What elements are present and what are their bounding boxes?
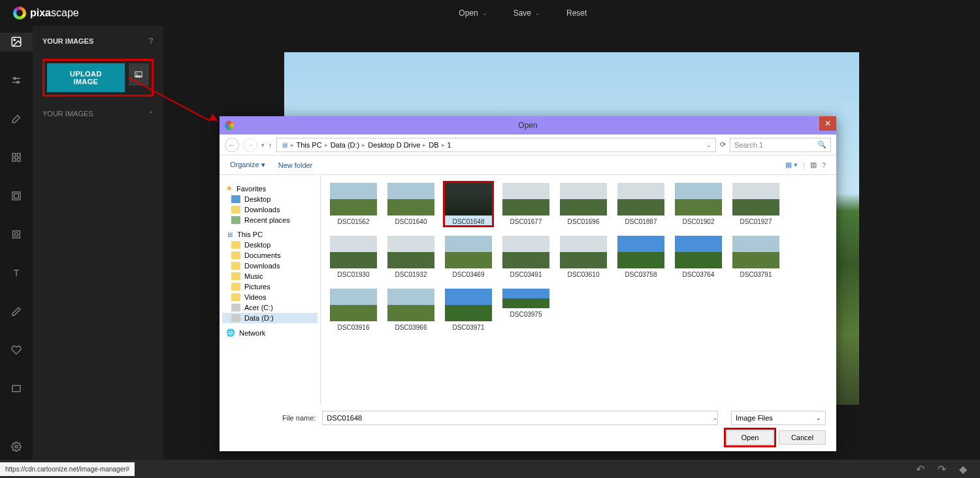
undo-button[interactable]: ↶	[916, 463, 924, 475]
thumbnail[interactable]: DSC03971	[444, 287, 493, 332]
cancel-button[interactable]: Cancel	[779, 430, 826, 445]
tree-item[interactable]: Downloads	[222, 204, 318, 215]
tool-favorite[interactable]	[0, 340, 33, 359]
svg-rect-8	[12, 159, 16, 162]
tool-adjust[interactable]	[0, 71, 33, 90]
tree-item[interactable]: Videos	[222, 292, 318, 302]
thumbnail-image	[732, 236, 779, 268]
thumbnail[interactable]: DSC01902	[674, 182, 723, 227]
reset-button[interactable]: Reset	[566, 8, 587, 18]
open-button[interactable]: Open	[727, 430, 774, 445]
organize-menu[interactable]: Organize ▾	[230, 161, 265, 169]
redo-button[interactable]: ↷	[938, 463, 946, 475]
refresh-button[interactable]: ⟳	[720, 140, 726, 149]
thumbnail-selected[interactable]: DSC01648	[444, 182, 493, 227]
preview-pane-button[interactable]: ▥	[810, 161, 817, 169]
your-images-section[interactable]: YOUR IMAGES ⌃	[42, 110, 154, 118]
upload-image-button[interactable]: UPLOAD IMAGE	[47, 63, 125, 92]
tool-grid[interactable]	[0, 148, 33, 167]
tree-item[interactable]: Downloads	[222, 261, 318, 271]
thumbnail-image	[560, 236, 607, 268]
thumbnail-grid: DSC01562DSC01640DSC01648DSC01677DSC01696…	[321, 175, 836, 404]
thumbnail[interactable]: DSC01640	[386, 182, 436, 227]
thumbnail-label: DSC01648	[453, 218, 485, 225]
thumbnail[interactable]: DSC03764	[674, 234, 723, 279]
tool-frame[interactable]	[0, 187, 33, 206]
thumbnail[interactable]: DSC03758	[616, 234, 666, 279]
thumbnail-label: DSC03764	[683, 271, 715, 278]
svg-rect-6	[12, 153, 16, 157]
filetype-select[interactable]: Image Files ⌄	[731, 411, 826, 425]
thumbnail[interactable]: DSC03916	[329, 287, 378, 332]
filename-input[interactable]	[322, 411, 718, 425]
tree-item[interactable]: Music	[222, 271, 318, 281]
thumbnail-label: DSC01677	[510, 218, 542, 225]
logo-text: pixascape	[30, 7, 79, 19]
dialog-titlebar[interactable]: Open ✕	[220, 116, 836, 135]
breadcrumb-dropdown-icon[interactable]: ⌄	[706, 142, 711, 148]
recent-dropdown-icon[interactable]: ▾	[261, 142, 265, 148]
view-mode-button[interactable]: ▦ ▾	[785, 161, 798, 169]
up-button[interactable]: ↑	[269, 141, 272, 149]
chevron-up-icon: ⌃	[148, 110, 154, 118]
thumbnail[interactable]: DSC01927	[731, 182, 781, 227]
thumbnail-label: DSC03469	[453, 271, 485, 278]
new-folder-button[interactable]: New folder	[278, 161, 313, 169]
thumbnail[interactable]: DSC01930	[329, 234, 378, 279]
thumbnail[interactable]: DSC01932	[386, 234, 436, 279]
tree-item[interactable]: Acer (C:)	[222, 302, 318, 313]
tree-this-pc[interactable]: 🖥This PC	[222, 229, 318, 240]
breadcrumb[interactable]: 🖥 ▸ This PC ▸ Data (D:) ▸ Desktop D Driv…	[276, 138, 717, 152]
thumbnail[interactable]: DSC01677	[501, 182, 551, 227]
thumbnail[interactable]: DSC03966	[386, 287, 436, 332]
thumbnail[interactable]: DSC01887	[616, 182, 666, 227]
thumbnail[interactable]: DSC01562	[329, 182, 378, 227]
tree-item[interactable]: Recent places	[222, 215, 318, 225]
layers-button[interactable]: ◆	[959, 463, 967, 475]
filename-dropdown-icon[interactable]: ⌄	[713, 415, 718, 421]
svg-point-1	[14, 39, 15, 40]
tool-mask[interactable]	[0, 225, 33, 244]
close-button[interactable]: ✕	[819, 116, 836, 131]
forward-button[interactable]: →	[243, 138, 257, 152]
thumbnail-label: DSC01902	[683, 218, 715, 225]
logo[interactable]: pixascape	[13, 7, 79, 20]
save-menu[interactable]: Save ⌄	[514, 8, 540, 18]
tree-item[interactable]: Desktop	[222, 240, 318, 250]
thumbnail[interactable]: DSC01696	[559, 182, 608, 227]
thumbnail-image	[330, 289, 377, 321]
tree-favorites[interactable]: ★Favorites	[222, 183, 318, 194]
help-icon[interactable]: ?	[148, 36, 154, 46]
tree-item[interactable]: Pictures	[222, 281, 318, 292]
tree-item-selected[interactable]: Data (D:)	[222, 313, 318, 323]
tool-images[interactable]	[0, 33, 33, 52]
thumbnail-label: DSC01930	[338, 271, 370, 278]
search-input[interactable]: Search 1 🔍	[730, 138, 831, 152]
thumbnail-image	[675, 183, 722, 215]
thumbnail[interactable]: DSC03975	[501, 287, 551, 332]
svg-point-17	[137, 73, 138, 74]
tree-item[interactable]: Documents	[222, 250, 318, 261]
tool-effects[interactable]	[0, 110, 33, 129]
thumbnail-image	[445, 289, 492, 321]
thumbnail-label: DSC01887	[625, 218, 657, 225]
tool-draw[interactable]	[0, 302, 33, 321]
tool-fullscreen[interactable]	[0, 379, 33, 398]
thumbnail[interactable]: DSC03791	[731, 234, 781, 279]
tool-rail: T	[0, 26, 33, 478]
open-menu[interactable]: Open ⌄	[459, 8, 487, 18]
thumbnail[interactable]: DSC03491	[501, 234, 551, 279]
tree-network[interactable]: 🌐Network	[222, 327, 318, 338]
thumbnail[interactable]: DSC03610	[559, 234, 608, 279]
help-button[interactable]: ?	[822, 161, 826, 169]
tool-settings[interactable]	[0, 437, 33, 456]
svg-rect-12	[13, 231, 20, 238]
tree-item[interactable]: Desktop	[222, 194, 318, 204]
thumbnail[interactable]: DSC03469	[444, 234, 493, 279]
tool-text[interactable]: T	[0, 263, 33, 282]
back-button[interactable]: ←	[225, 138, 239, 152]
svg-rect-7	[17, 153, 20, 157]
chevron-down-icon: ⌄	[816, 415, 821, 421]
filename-label: File name:	[282, 414, 316, 422]
thumbnail-label: DSC03491	[510, 271, 542, 278]
